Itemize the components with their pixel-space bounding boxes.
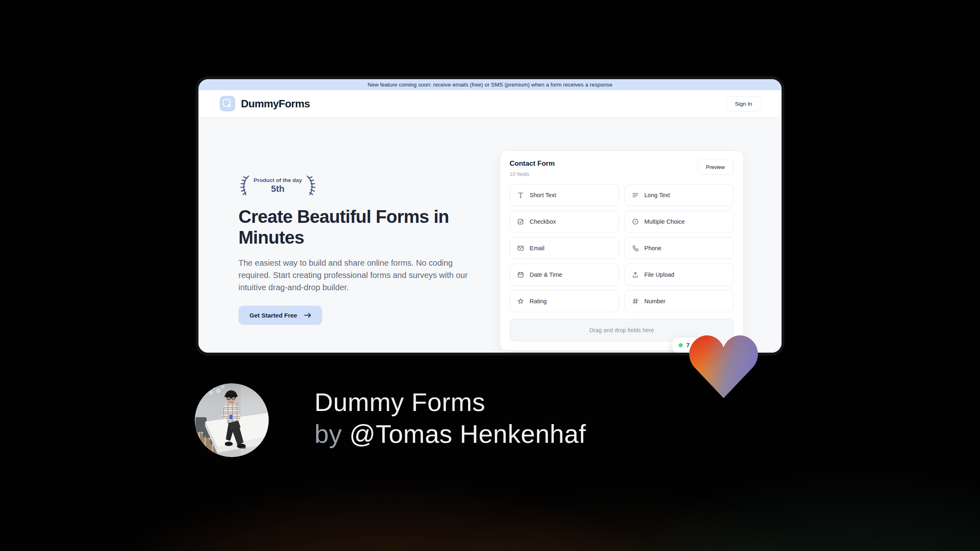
field-phone[interactable]: Phone <box>624 237 734 259</box>
browser-window-frame: New feature coming soon: receive emails … <box>196 76 784 355</box>
hash-icon <box>632 298 639 305</box>
field-long-text[interactable]: Long Text <box>624 184 734 206</box>
get-started-label: Get Started Free <box>249 312 297 319</box>
dummyforms-logo-icon <box>220 96 235 111</box>
field-file-upload[interactable]: File Upload <box>624 264 734 286</box>
field-checkbox[interactable]: Checkbox <box>510 211 619 233</box>
arrow-right-icon <box>304 313 311 318</box>
live-dot-icon <box>679 343 683 347</box>
laurel-right-icon <box>305 175 319 197</box>
star-icon <box>517 298 524 305</box>
field-type-grid: Short Text Long Text Checkbox Mult <box>510 184 734 312</box>
product-of-the-day-badge: Product of the day 5th <box>237 175 475 197</box>
form-field-count: 10 fields <box>510 171 555 177</box>
hero-description: The easiest way to build and share onlin… <box>238 257 474 293</box>
attribution-text: Dummy Forms by @Tomas Henkenhaf <box>314 386 586 450</box>
form-title: Contact Form <box>510 160 555 168</box>
form-builder-card: Contact Form 10 fields Preview Short Tex… <box>500 151 744 351</box>
award-line1: Product of the day <box>254 177 302 183</box>
hero-copy: Product of the day 5th Create Beautiful … <box>238 175 475 325</box>
award-text: Product of the day 5th <box>254 177 302 194</box>
laurel-left-icon <box>237 175 251 197</box>
envelope-icon <box>517 244 524 252</box>
field-email[interactable]: Email <box>510 237 619 259</box>
award-line2: 5th <box>254 184 302 194</box>
byline-author: @Tomas Henkenhaf <box>350 420 586 448</box>
preview-button[interactable]: Preview <box>697 160 734 175</box>
attribution-title: Dummy Forms <box>314 386 586 418</box>
sign-in-button[interactable]: Sign In <box>726 96 761 111</box>
field-multiple-choice[interactable]: Multiple Choice <box>624 211 734 233</box>
field-short-text[interactable]: Short Text <box>510 184 619 206</box>
short-text-icon <box>517 191 524 199</box>
form-builder-header: Contact Form 10 fields Preview <box>510 160 734 177</box>
calendar-icon <box>517 271 524 278</box>
dummyforms-page: New feature coming soon: receive emails … <box>198 79 782 353</box>
gradient-heart-icon <box>685 331 762 404</box>
long-text-icon <box>632 191 639 199</box>
byline-prefix: by <box>314 420 350 448</box>
field-number[interactable]: Number <box>624 290 734 312</box>
hero-section: Product of the day 5th Create Beautiful … <box>198 118 782 353</box>
brand-name: DummyForms <box>241 98 310 110</box>
get-started-button[interactable]: Get Started Free <box>238 306 322 325</box>
top-navigation: DummyForms Sign In <box>198 90 782 118</box>
field-date-time[interactable]: Date & Time <box>510 264 619 286</box>
author-avatar <box>195 383 269 457</box>
promo-canvas: New feature coming soon: receive emails … <box>0 0 980 551</box>
announcement-banner: New feature coming soon: receive emails … <box>198 79 782 90</box>
field-rating[interactable]: Rating <box>510 290 619 312</box>
upload-icon <box>632 271 639 278</box>
checkbox-icon <box>517 218 524 225</box>
phone-icon <box>632 244 639 252</box>
announcement-text: New feature coming soon: receive emails … <box>368 82 612 88</box>
multiple-choice-icon <box>632 218 639 225</box>
attribution-byline: by @Tomas Henkenhaf <box>314 418 586 450</box>
drag-drop-text: Drag and drop fields here <box>590 327 654 333</box>
hero-title: Create Beautiful Forms in Minutes <box>238 207 461 248</box>
